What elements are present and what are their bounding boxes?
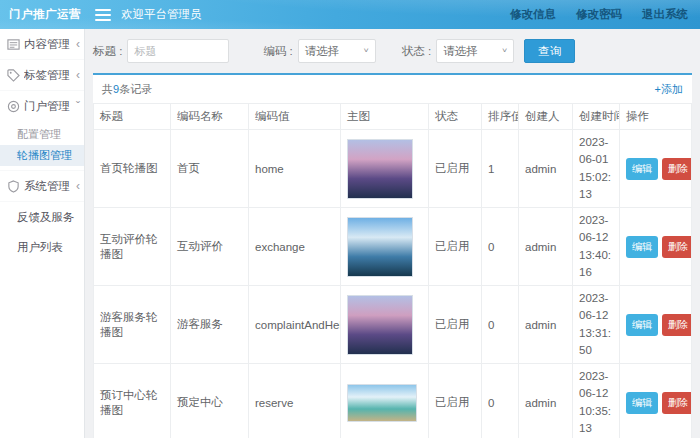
delete-button[interactable]: 删除 — [662, 158, 692, 180]
cell-code-value: complaintAndHelp — [249, 286, 341, 364]
cell-sort: 0 — [482, 208, 519, 286]
sidebar-item-label: 标签管理 — [24, 68, 74, 83]
cell-title: 预订中心轮播图 — [94, 364, 171, 438]
edit-button[interactable]: 编辑 — [626, 236, 658, 258]
status-text: 已启用 — [429, 208, 482, 286]
status-text: 已启用 — [429, 364, 482, 438]
hamburger-menu-icon[interactable] — [95, 9, 111, 21]
cell-creator: admin — [519, 364, 573, 438]
change-password-link[interactable]: 修改密码 — [576, 7, 622, 22]
delete-button[interactable]: 删除 — [662, 392, 692, 414]
col-created: 创建时间 — [573, 104, 620, 130]
chevron-left-icon: ‹ — [74, 37, 80, 51]
code-filter-select[interactable]: 请选择 ˅ — [298, 39, 376, 63]
cell-code-name: 游客服务 — [171, 286, 249, 364]
query-button[interactable]: 查询 — [524, 39, 575, 63]
code-select-value: 请选择 — [305, 44, 340, 59]
cell-title: 游客服务轮播图 — [94, 286, 171, 364]
sidebar-item-carousel-mgmt[interactable]: 轮播图管理 — [0, 145, 84, 166]
sidebar-item-user-list[interactable]: 用户列表 — [0, 232, 84, 262]
cell-code-name: 互动评价 — [171, 208, 249, 286]
sidebar-item-portal-mgmt[interactable]: 门户管理 ˇ — [0, 91, 84, 122]
col-creator: 创建人 — [519, 104, 573, 130]
col-code-value: 编码值 — [249, 104, 341, 130]
sidebar-item-feedback-service[interactable]: 反馈及服务 — [0, 202, 84, 232]
cell-creator: admin — [519, 208, 573, 286]
table-row: 首页轮播图 首页 home 已启用 1 admin 2023-06-01 15:… — [94, 130, 692, 208]
edit-button[interactable]: 编辑 — [626, 314, 658, 336]
code-filter-label: 编码 : — [263, 44, 292, 59]
cell-code-value: home — [249, 130, 341, 208]
edit-info-link[interactable]: 修改信息 — [510, 7, 556, 22]
title-filter-label: 标题 : — [93, 44, 122, 59]
sidebar-item-label: 内容管理 — [24, 37, 74, 52]
app-window: 门户推广运营 欢迎平台管理员 修改信息 修改密码 退出系统 内容管理 ‹ 标签管… — [0, 0, 700, 438]
results-panel: 共9条记录 +添加 标题 编码名称 编码值 主图 — [93, 73, 692, 438]
header-links: 修改信息 修改密码 退出系统 — [510, 7, 700, 22]
sidebar-item-label: 系统管理 — [24, 179, 74, 194]
cell-creator: admin — [519, 286, 573, 364]
logout-link[interactable]: 退出系统 — [642, 7, 688, 22]
add-button[interactable]: +添加 — [655, 82, 683, 97]
col-main-image: 主图 — [341, 104, 429, 130]
sidebar-item-label: 门户管理 — [24, 99, 74, 114]
portal-submenu: 配置管理 轮播图管理 — [0, 122, 84, 171]
col-title: 标题 — [94, 104, 171, 130]
portal-icon — [7, 100, 20, 113]
carousel-table: 标题 编码名称 编码值 主图 状态 排序值 创建人 创建时间 操作 — [93, 103, 692, 438]
col-ops: 操作 — [620, 104, 692, 130]
cell-created: 2023-06-12 13:31:50 — [573, 286, 620, 364]
system-shield-icon — [7, 180, 20, 193]
status-select-value: 请选择 — [443, 44, 478, 59]
cell-code-value: reserve — [249, 364, 341, 438]
chevron-down-icon: ˇ — [74, 100, 80, 114]
col-code-name: 编码名称 — [171, 104, 249, 130]
welcome-text: 欢迎平台管理员 — [121, 7, 202, 22]
content-icon — [7, 38, 20, 51]
table-row: 互动评价轮播图 互动评价 exchange 已启用 0 admin 2023-0… — [94, 208, 692, 286]
cell-sort: 0 — [482, 364, 519, 438]
edit-button[interactable]: 编辑 — [626, 392, 658, 414]
carousel-thumbnail — [347, 384, 417, 422]
status-text: 已启用 — [429, 130, 482, 208]
cell-code-name: 预定中心 — [171, 364, 249, 438]
cell-created: 2023-06-12 10:35:13 — [573, 364, 620, 438]
select-chevron-down-icon: ˅ — [364, 47, 369, 55]
cell-title: 互动评价轮播图 — [94, 208, 171, 286]
chevron-left-icon: ‹ — [74, 179, 80, 193]
delete-button[interactable]: 删除 — [662, 314, 692, 336]
table-row: 游客服务轮播图 游客服务 complaintAndHelp 已启用 0 admi… — [94, 286, 692, 364]
cell-sort: 1 — [482, 130, 519, 208]
record-count-text: 共9条记录 — [102, 82, 152, 97]
edit-button[interactable]: 编辑 — [626, 158, 658, 180]
records-bar: 共9条记录 +添加 — [93, 75, 692, 103]
sidebar-item-system-mgmt[interactable]: 系统管理 ‹ — [0, 171, 84, 202]
select-chevron-down-icon: ˅ — [502, 47, 507, 55]
app-title: 门户推广运营 — [0, 7, 85, 22]
status-filter-select[interactable]: 请选择 ˅ — [436, 39, 514, 63]
table-header-row: 标题 编码名称 编码值 主图 状态 排序值 创建人 创建时间 操作 — [94, 104, 692, 130]
cell-code-name: 首页 — [171, 130, 249, 208]
carousel-thumbnail — [347, 217, 413, 277]
status-filter-label: 状态 : — [402, 44, 431, 59]
col-sort: 排序值 — [482, 104, 519, 130]
cell-creator: admin — [519, 130, 573, 208]
title-filter-input[interactable] — [127, 39, 229, 63]
cell-created: 2023-06-12 13:40:16 — [573, 208, 620, 286]
sidebar-item-tag-mgmt[interactable]: 标签管理 ‹ — [0, 60, 84, 91]
chevron-left-icon: ‹ — [74, 68, 80, 82]
cell-sort: 0 — [482, 286, 519, 364]
cell-title: 首页轮播图 — [94, 130, 171, 208]
search-bar: 标题 : 编码 : 请选择 ˅ 状态 : 请选择 ˅ 查询 — [93, 39, 692, 63]
tag-icon — [7, 69, 20, 82]
sidebar: 内容管理 ‹ 标签管理 ‹ 门户管理 ˇ 配置管理 轮播图管理 系统管理 ‹ — [0, 29, 85, 438]
delete-button[interactable]: 删除 — [662, 236, 692, 258]
main-content: 标题 : 编码 : 请选择 ˅ 状态 : 请选择 ˅ 查询 — [85, 29, 700, 438]
sidebar-item-content-mgmt[interactable]: 内容管理 ‹ — [0, 29, 84, 60]
sidebar-item-config-mgmt[interactable]: 配置管理 — [0, 124, 84, 145]
cell-created: 2023-06-01 15:02:13 — [573, 130, 620, 208]
top-header: 门户推广运营 欢迎平台管理员 修改信息 修改密码 退出系统 — [0, 0, 700, 29]
carousel-thumbnail — [347, 139, 413, 199]
carousel-thumbnail — [347, 295, 413, 355]
cell-code-value: exchange — [249, 208, 341, 286]
